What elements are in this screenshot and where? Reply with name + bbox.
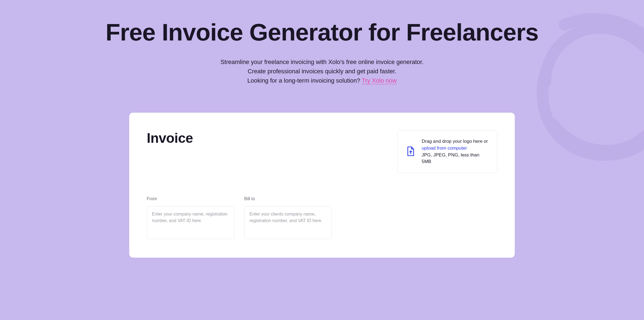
- try-xolo-link[interactable]: Try Xolo now: [362, 77, 397, 84]
- invoice-header: Invoice Drag and drop your logo here or …: [147, 130, 497, 173]
- upload-text: Drag and drop your logo here or upload f…: [422, 138, 488, 165]
- bill-to-group: Bill to: [244, 196, 332, 240]
- invoice-title: Invoice: [147, 130, 193, 146]
- subtitle-line-3: Looking for a long-term invoicing soluti…: [247, 77, 362, 84]
- invoice-card: Invoice Drag and drop your logo here or …: [129, 113, 515, 258]
- from-input[interactable]: [147, 206, 234, 239]
- hero-subtitle: Streamline your freelance invoicing with…: [5, 57, 639, 85]
- bill-to-label: Bill to: [244, 196, 332, 201]
- hero-section: Free Invoice Generator for Freelancers S…: [0, 0, 644, 113]
- subtitle-line-2: Create professional invoices quickly and…: [248, 68, 396, 75]
- from-group: From: [147, 196, 234, 240]
- from-label: From: [147, 196, 234, 201]
- form-row: From Bill to: [147, 196, 497, 240]
- upload-drag-text: Drag and drop your logo here or: [422, 139, 488, 144]
- subtitle-line-1: Streamline your freelance invoicing with…: [220, 59, 424, 65]
- upload-format-text: JPG, JPEG, PNG, less than 5MB: [422, 152, 479, 164]
- page-title: Free Invoice Generator for Freelancers: [5, 19, 639, 45]
- upload-from-computer-link[interactable]: upload from computer: [422, 146, 467, 151]
- logo-upload-box[interactable]: Drag and drop your logo here or upload f…: [397, 130, 497, 173]
- file-upload-icon: [406, 146, 415, 158]
- bill-to-input[interactable]: [244, 206, 332, 239]
